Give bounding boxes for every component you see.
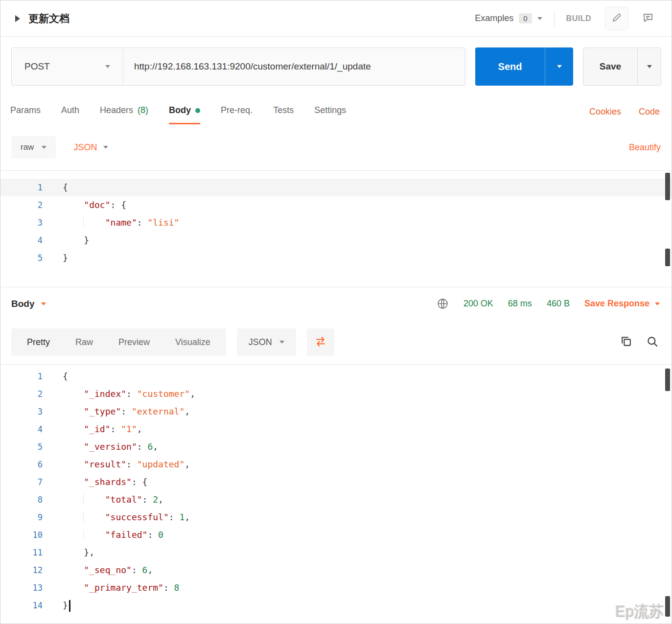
- code-text[interactable]: }: [63, 597, 70, 614]
- save-options-button[interactable]: [637, 48, 661, 85]
- code-line[interactable]: 4 }: [0, 231, 672, 249]
- code-text[interactable]: "name": "lisi": [63, 214, 179, 231]
- code-text[interactable]: "result": "updated",: [63, 456, 190, 473]
- tab-raw[interactable]: Raw: [63, 328, 106, 356]
- tab-params[interactable]: Params: [10, 105, 41, 124]
- request-title: 更新文档: [28, 12, 70, 25]
- code-text[interactable]: "_index": "customer",: [63, 385, 195, 403]
- code-line[interactable]: 9 "successful": 1,: [0, 508, 672, 526]
- comment-icon: [642, 12, 654, 25]
- chevron-down-icon: [537, 17, 542, 20]
- code-text[interactable]: "_version": 6,: [63, 438, 158, 456]
- tab-tests[interactable]: Tests: [273, 105, 294, 124]
- code-text[interactable]: {: [63, 179, 68, 196]
- search-icon: [646, 335, 659, 349]
- code-text[interactable]: "failed": 0: [63, 526, 163, 544]
- response-body-dropdown[interactable]: Body: [11, 299, 46, 309]
- wrap-lines-button[interactable]: [307, 328, 334, 356]
- network-globe-icon[interactable]: [437, 298, 449, 310]
- code-text[interactable]: },: [63, 544, 94, 561]
- response-view-tabs: Pretty Raw Preview Visualize: [11, 328, 226, 356]
- code-line[interactable]: 3 "_type": "external",: [0, 403, 672, 420]
- code-text[interactable]: "_seq_no": 6,: [63, 561, 153, 579]
- code-line[interactable]: 2 "_index": "customer",: [0, 385, 672, 403]
- title-group: 更新文档: [15, 12, 70, 25]
- collapse-caret-icon[interactable]: [15, 15, 20, 22]
- line-number: 9: [0, 508, 49, 526]
- copy-icon: [620, 335, 632, 349]
- code-line[interactable]: 1{: [0, 368, 672, 385]
- comments-button[interactable]: [636, 7, 660, 30]
- scrollbar-marker[interactable]: [665, 249, 670, 266]
- send-options-button[interactable]: [545, 47, 573, 86]
- code-text[interactable]: "successful": 1,: [63, 508, 190, 526]
- code-text[interactable]: {: [63, 368, 68, 385]
- line-number: 14: [0, 597, 49, 614]
- code-line[interactable]: 4 "_id": "1",: [0, 420, 672, 438]
- tab-auth[interactable]: Auth: [61, 105, 79, 124]
- save-button[interactable]: Save: [583, 48, 637, 85]
- code-line[interactable]: 11 },: [0, 544, 672, 561]
- tab-prereq[interactable]: Pre-req.: [221, 105, 253, 124]
- edit-button[interactable]: [605, 7, 628, 30]
- code-line[interactable]: 13 "_primary_term": 8: [0, 579, 672, 597]
- code-line[interactable]: 12 "_seq_no": 6,: [0, 561, 672, 579]
- postman-window: 更新文档 Examples 0 BUILD: [0, 0, 672, 624]
- response-time: 68 ms: [508, 299, 532, 309]
- scrollbar-thumb[interactable]: [665, 369, 670, 391]
- search-button[interactable]: [646, 335, 659, 349]
- code-line[interactable]: 3 "name": "lisi": [0, 214, 672, 231]
- chevron-down-icon: [41, 302, 46, 305]
- code-line[interactable]: 5}: [0, 249, 672, 267]
- request-body-editor[interactable]: 1{2 "doc": {3 "name": "lisi"4 }5}: [0, 170, 672, 287]
- headers-count: (8): [138, 105, 148, 116]
- line-number: 1: [0, 368, 49, 385]
- scrollbar-thumb[interactable]: [665, 173, 670, 200]
- body-mode-dropdown[interactable]: raw: [11, 136, 56, 159]
- tab-pretty[interactable]: Pretty: [14, 328, 63, 356]
- tab-body[interactable]: Body: [169, 105, 200, 124]
- code-line[interactable]: 5 "_version": 6,: [0, 438, 672, 456]
- code-line[interactable]: 6 "result": "updated",: [0, 456, 672, 473]
- examples-dropdown[interactable]: Examples 0: [475, 13, 542, 23]
- response-meta-bar: Body 200 OK 68 ms 460 B Save Response: [0, 287, 672, 320]
- save-response-dropdown[interactable]: Save Response: [584, 299, 660, 309]
- code-line[interactable]: 7 "_shards": {: [0, 473, 672, 491]
- scrollbar-marker[interactable]: [665, 596, 670, 617]
- request-header: 更新文档 Examples 0 BUILD: [0, 0, 672, 37]
- request-tabs: Params Auth Headers (8) Body Pre-req. Te…: [0, 105, 672, 124]
- code-line[interactable]: 10 "failed": 0: [0, 526, 672, 544]
- response-view-right: [620, 335, 661, 349]
- tab-headers[interactable]: Headers (8): [100, 105, 148, 124]
- tab-visualize[interactable]: Visualize: [162, 328, 223, 356]
- line-number: 1: [0, 179, 49, 196]
- code-text[interactable]: "_primary_term": 8: [63, 579, 179, 597]
- cookies-link[interactable]: Cookies: [589, 107, 621, 117]
- code-line[interactable]: 1{: [0, 179, 672, 196]
- response-format-dropdown[interactable]: JSON: [237, 328, 296, 356]
- beautify-link[interactable]: Beautify: [629, 142, 661, 153]
- request-tabs-right: Cookies Code: [589, 107, 660, 124]
- response-body-editor[interactable]: 1{2 "_index": "customer",3 "_type": "ext…: [0, 364, 672, 624]
- code-line[interactable]: 2 "doc": {: [0, 196, 672, 214]
- code-text[interactable]: }: [63, 249, 68, 267]
- tab-preview[interactable]: Preview: [106, 328, 162, 356]
- method-select[interactable]: POST: [12, 48, 123, 85]
- method-label: POST: [24, 61, 50, 72]
- code-text[interactable]: "total": 2,: [63, 491, 163, 508]
- line-number: 2: [0, 196, 49, 214]
- send-button[interactable]: Send: [475, 47, 545, 86]
- code-text[interactable]: "doc": {: [63, 196, 126, 214]
- code-text[interactable]: "_id": "1",: [63, 420, 142, 438]
- code-line[interactable]: 8 "total": 2,: [0, 491, 672, 508]
- code-link[interactable]: Code: [639, 107, 660, 117]
- tab-settings[interactable]: Settings: [314, 105, 346, 124]
- response-stats: 200 OK 68 ms 460 B Save Response: [437, 298, 660, 310]
- code-text[interactable]: }: [63, 231, 89, 249]
- copy-button[interactable]: [620, 335, 632, 349]
- code-text[interactable]: "_shards": {: [63, 473, 147, 491]
- body-format-dropdown[interactable]: JSON: [73, 142, 108, 153]
- url-input[interactable]: http://192.168.163.131:9200/customer/ext…: [123, 48, 465, 85]
- code-text[interactable]: "_type": "external",: [63, 403, 190, 420]
- code-line[interactable]: 14}: [0, 597, 672, 614]
